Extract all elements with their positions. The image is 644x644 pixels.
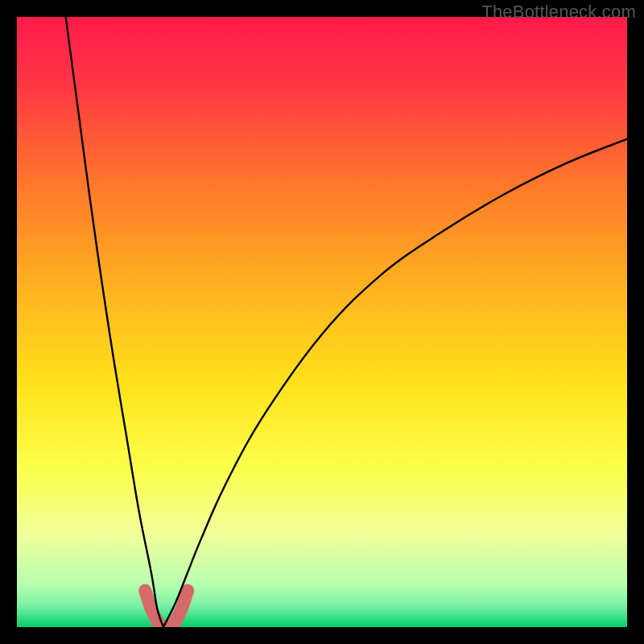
bottleneck-chart xyxy=(17,17,627,627)
watermark-text: TheBottleneck.com xyxy=(481,2,636,23)
chart-frame xyxy=(17,17,627,627)
